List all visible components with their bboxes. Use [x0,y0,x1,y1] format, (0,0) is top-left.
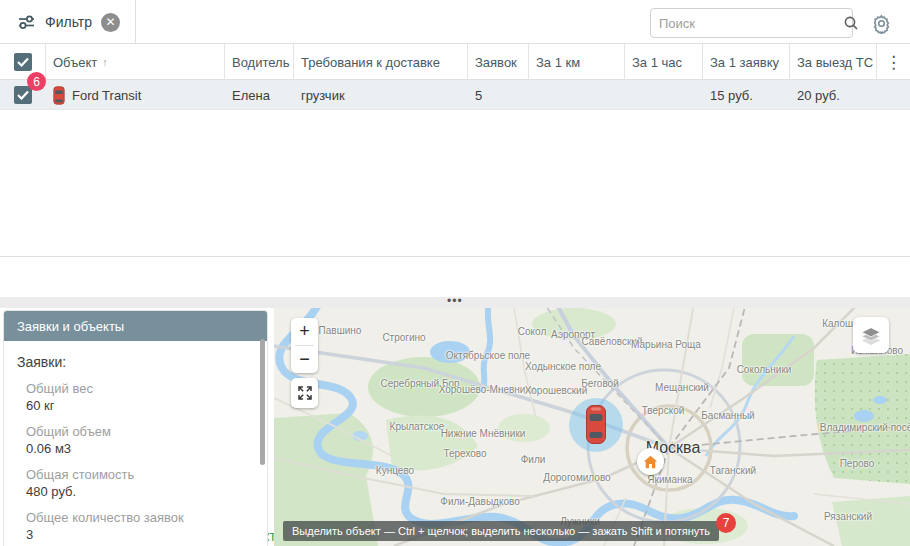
map-place-label: Басманный [701,410,754,421]
column-label: За 1 час [632,55,682,70]
vehicle-icon [53,86,65,105]
cell-per-hour [625,80,703,110]
column-label: За 1 км [536,55,580,70]
submit-badge: 7 [716,513,736,533]
column-label: Заявок [475,55,517,70]
summary-section-label: Заявки: [17,354,254,370]
summary-panel-title: Заявки и объекты [4,311,267,341]
top-toolbar: Фильтр ✕ [0,0,910,44]
map-place-label: Фили-Давыдково [440,496,519,507]
zoom-in-button[interactable]: + [291,318,318,345]
map-canvas[interactable]: МоскваПавшиноСтрогиноСоколАэропортСавёло… [274,308,910,546]
summary-item-value: 60 кг [26,397,254,414]
map-zoom-control: + − [291,318,318,373]
summary-item: Общий вес 60 кг [26,380,254,414]
map-place-label: Дорогомилово [543,472,610,483]
summary-item-label: Общий объем [26,423,254,440]
column-settings-icon[interactable]: ⋮ [885,54,902,71]
column-label: За выезд ТС [797,55,873,70]
summary-item-value: 0.06 м3 [26,440,254,457]
map-place-label: Серебряный Бор [380,378,459,389]
map-place-label: Хорошевский [525,385,588,396]
summary-item-value: 480 руб. [26,483,254,500]
search-icon[interactable] [843,15,859,31]
map-place-label: Перово [840,458,875,469]
map-place-label: Фили [521,454,546,465]
column-header-object[interactable]: Объект ↑ [46,44,225,80]
map-place-label: Октябрьское поле [446,350,530,361]
cell-requests: 5 [468,80,529,110]
cell-per-km [529,80,625,110]
splitter-handle-icon[interactable]: ••• [447,294,463,308]
table-row[interactable]: 6 Ford Transit Елена грузчик 5 15 руб. 2… [0,80,910,110]
home-marker[interactable] [637,448,664,475]
filter-button[interactable]: Фильтр ✕ [0,0,136,44]
map-place-label: Строгино [382,332,425,343]
summary-panel: Заявки и объекты Заявки: Общий вес 60 кг… [3,310,268,546]
map-place-label: Сокол [518,326,546,337]
map-place-label: Рязанский [824,511,872,522]
cell-requirements: грузчик [294,80,468,110]
map-place-label: Крылатское [390,421,445,432]
home-icon [643,455,658,469]
map-layers-button[interactable] [853,317,889,353]
map-place-label: Ходынское поле [525,361,601,372]
fullscreen-button[interactable] [291,378,318,408]
column-header-per-km[interactable]: За 1 км [529,44,625,80]
map-hint-tooltip: Выделить объект — Ctrl + щелчок; выделит… [283,521,719,541]
map-place-label: Владимирский посёлок [820,422,910,433]
summary-item-label: Общий вес [26,380,254,397]
column-header-per-hour[interactable]: За 1 час [625,44,703,80]
clear-filter-icon[interactable]: ✕ [101,13,120,32]
zoom-out-button[interactable]: − [291,346,318,373]
search-input[interactable] [651,16,843,31]
layers-icon [860,324,882,346]
cell-per-trip: 20 руб. [790,80,877,110]
select-all-checkbox[interactable] [14,53,32,71]
column-label: Объект [53,55,97,70]
map-place-label: Мещанский [655,382,709,393]
column-header-requests[interactable]: Заявок [468,44,529,80]
map-place-label: Нижние Мнёвники [441,428,526,439]
summary-item: Общая стоимость 480 руб. [26,466,254,500]
table-header: Объект ↑ Водитель Требования к доставке … [0,44,910,80]
search-box [650,8,853,38]
summary-item: Общее количество заявок 3 [26,509,254,543]
vehicle-marker[interactable] [585,404,607,445]
column-label: Требования к доставке [301,55,440,70]
column-label: За 1 заявку [710,55,779,70]
summary-item-value: 3 [26,526,254,543]
map-place-label: Таганский [710,465,756,476]
map-place-label: Терехово [443,448,486,459]
object-name: Ford Transit [72,88,141,103]
sort-asc-icon: ↑ [102,56,108,68]
horizontal-splitter[interactable]: ••• [0,297,910,308]
column-header-driver[interactable]: Водитель [225,44,294,80]
settings-gear-icon[interactable] [869,11,893,35]
column-header-per-trip[interactable]: За выезд ТС [790,44,877,80]
map-place-label: Сокольники [737,364,792,375]
panel-scrollbar[interactable] [260,339,265,465]
row-badge: 6 [27,72,46,91]
map-place-label: Хорошёво-Мневники [439,384,536,395]
map-place-label: Якиманка [647,474,692,485]
wizard-bar: 1 2 3 Выбран 1 объект Назад Сформировать… [0,256,910,297]
map-place-label: Марьина Роща [631,339,701,350]
cell-driver: Елена [225,80,294,110]
summary-item: Общий объем 0.06 м3 [26,423,254,457]
map-place-label: Беговой [581,378,618,389]
expand-arrows-icon [297,385,313,401]
filter-label: Фильтр [45,14,92,30]
column-header-per-request[interactable]: За 1 заявку [703,44,790,80]
filter-sliders-icon [17,13,36,31]
map-place-label: Кунцево [376,465,414,476]
map-place-label: Тверской [642,405,685,416]
cell-object: Ford Transit [46,80,225,110]
column-menu-cell: ⋮ [877,44,910,80]
column-header-requirements[interactable]: Требования к доставке [294,44,468,80]
column-label: Водитель [232,55,289,70]
cell-per-request: 15 руб. [703,80,790,110]
map-place-label: Павшино [319,325,362,336]
map-place-label: Савёловский [581,336,642,347]
summary-item-label: Общая стоимость [26,466,254,483]
